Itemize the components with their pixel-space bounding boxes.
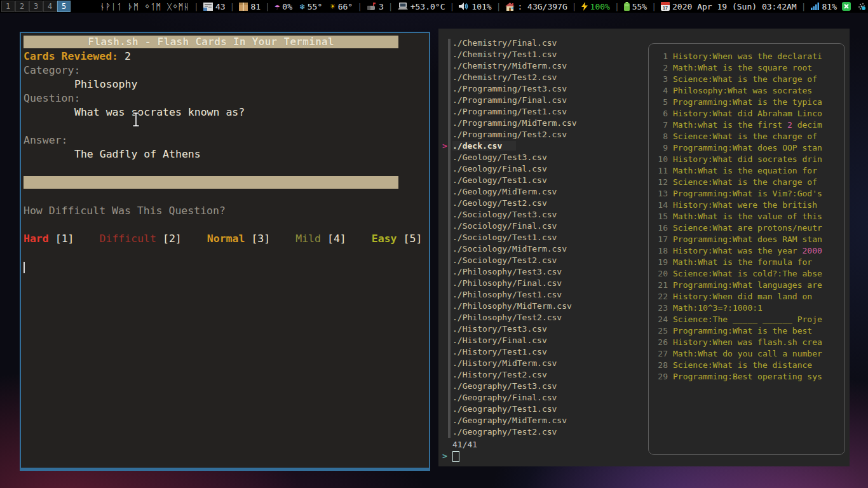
difficulty-option[interactable]: Mild[4]: [295, 233, 346, 245]
file-row[interactable]: ./Chemistry/Final.csv: [442, 37, 577, 49]
file-name: ./Sociology/MidTerm.csv: [452, 244, 567, 254]
workspace-button[interactable]: 4: [43, 1, 57, 12]
file-row[interactable]: ./History/Test2.csv: [442, 369, 577, 381]
file-row[interactable]: ./Chemistry/Test2.csv: [442, 72, 577, 83]
input-line[interactable]: [24, 260, 429, 274]
file-row[interactable]: ./Sociology/Test1.csv: [442, 232, 577, 243]
weather-widget[interactable]: ☂ 0% ❄ 55° ☀ 66°: [275, 1, 353, 11]
network-widget[interactable]: 81%: [811, 2, 851, 11]
file-row[interactable]: ./Programming/Test1.csv: [442, 106, 577, 118]
line-number: 18: [656, 245, 668, 257]
file-row[interactable]: ./Programming/MidTerm.csv: [442, 118, 577, 129]
file-row[interactable]: ./Programming/Final.csv: [442, 95, 577, 106]
divider-line: [24, 176, 429, 190]
file-row[interactable]: ./Geography/Final.csv: [442, 392, 577, 403]
tray-area[interactable]: [857, 2, 866, 11]
workspace-switcher: 12345: [0, 0, 71, 13]
divider: |: [651, 2, 656, 11]
file-row[interactable]: ./Sociology/Test3.csv: [442, 209, 577, 220]
file-row[interactable]: ./Chemistry/MidTerm.csv: [442, 60, 577, 72]
cpu-temp: +53.0°C: [410, 2, 445, 11]
workspace-button[interactable]: 3: [29, 1, 43, 12]
file-name: ./deck.csv: [452, 141, 516, 151]
disk-widget[interactable]: : 43G/397G: [505, 2, 567, 11]
calendar-icon: 17: [661, 2, 670, 11]
preview-line: 26History:When was flash.sh crea: [656, 337, 844, 348]
line-number: 21: [656, 280, 668, 291]
file-row[interactable]: ./Chemistry/Test1.csv: [442, 49, 577, 60]
file-row[interactable]: ./Philosophy/Final.csv: [442, 278, 577, 289]
preview-line: 19Math:What is the formula for: [656, 257, 844, 268]
line-number: 8: [656, 131, 668, 142]
battery-widget[interactable]: 55%: [624, 2, 647, 11]
difficulty-prompt: How Difficult Was This Question?: [24, 204, 429, 218]
file-row[interactable]: ./Geology/Test3.csv: [442, 152, 577, 163]
file-row[interactable]: ./History/Final.csv: [442, 335, 577, 346]
file-row[interactable]: ./Philosophy/Test2.csv: [442, 312, 577, 323]
preview-line: 15Math:What is the value of this: [656, 211, 844, 222]
preview-line: 10History:What did socrates drin: [656, 154, 844, 165]
file-row[interactable]: ./Geography/MidTerm.csv: [442, 415, 577, 426]
fzf-window[interactable]: ./Chemistry/Final.csv./Chemistry/Test1.c…: [438, 29, 850, 466]
question-value: What was socrates known as?: [24, 105, 429, 119]
line-number: 19: [656, 257, 668, 268]
file-row[interactable]: ./Geology/Test2.csv: [442, 198, 577, 209]
search-prompt[interactable]: >: [442, 451, 459, 462]
file-list: ./Chemistry/Final.csv./Chemistry/Test1.c…: [442, 37, 577, 438]
cards-reviewed-line: Cards Reviewed: 2: [24, 50, 429, 64]
file-row[interactable]: ./History/MidTerm.csv: [442, 358, 577, 369]
file-row[interactable]: ./Geology/MidTerm.csv: [442, 186, 577, 198]
green-x-icon[interactable]: [842, 2, 851, 11]
block-cursor: [452, 451, 459, 462]
newspaper-icon: [203, 3, 213, 11]
file-name: ./Programming/Test2.csv: [452, 130, 567, 139]
difficulty-option[interactable]: Hard[1]: [24, 233, 74, 245]
file-row[interactable]: ./Geography/Test1.csv: [442, 403, 577, 415]
power-widget[interactable]: 100%: [581, 2, 610, 11]
line-number: 26: [656, 337, 668, 348]
flash-window[interactable]: Flash.sh - Flash Cards In Your Terminal …: [20, 32, 430, 471]
file-row[interactable]: ./Programming/Test3.csv: [442, 83, 577, 95]
workspace-button[interactable]: 1: [1, 1, 15, 12]
file-row[interactable]: ./Geology/Final.csv: [442, 163, 577, 175]
news-widget[interactable]: 43: [203, 2, 226, 11]
status-widgets: ᚾᚹᛁᛐ ᚦᛗ ᛜᛐᛗ ᚷᛜᛗᚺ | 43 | 81 | ☂ 0% ❄ 55° …: [100, 0, 868, 13]
file-row[interactable]: >./deck.csv: [442, 140, 577, 152]
workspace-button[interactable]: 2: [15, 1, 29, 12]
file-row[interactable]: ./Sociology/Test2.csv: [442, 255, 577, 266]
volume-widget[interactable]: 101%: [459, 2, 491, 11]
tray-app-icon[interactable]: [857, 2, 866, 11]
line-number: 7: [656, 119, 668, 131]
highlighted-match: 2: [787, 120, 792, 130]
file-row[interactable]: ./Sociology/MidTerm.csv: [442, 243, 577, 255]
file-row[interactable]: ./Philosophy/Test1.csv: [442, 289, 577, 301]
line-number: 25: [656, 325, 668, 337]
file-name: ./Philosophy/Final.csv: [452, 278, 562, 288]
file-row[interactable]: ./History/Test3.csv: [442, 323, 577, 335]
workspace-button[interactable]: 5: [57, 1, 71, 12]
file-name: ./Chemistry/Test1.csv: [452, 50, 557, 59]
preview-line: 5Programming:What is the typica: [656, 97, 844, 108]
file-row[interactable]: ./Programming/Test2.csv: [442, 129, 577, 140]
battery-icon: [624, 2, 630, 11]
file-row[interactable]: ./Geography/Test3.csv: [442, 381, 577, 392]
clock-widget[interactable]: 17 2020 Apr 19 (Sun) 03:42AM: [661, 2, 797, 11]
file-row[interactable]: ./Geology/Test1.csv: [442, 175, 577, 186]
difficulty-option[interactable]: Normal[3]: [207, 233, 270, 245]
file-name: ./Sociology/Test2.csv: [452, 255, 557, 265]
line-number: 28: [656, 360, 668, 371]
file-name: ./Geology/MidTerm.csv: [452, 187, 557, 196]
package-widget[interactable]: 81: [239, 2, 261, 11]
mail-widget[interactable]: 3: [367, 2, 384, 11]
cpu-temp-widget[interactable]: +53.0°C: [398, 2, 445, 11]
file-row[interactable]: ./Philosophy/Test3.csv: [442, 266, 577, 278]
file-name: ./Philosophy/Test2.csv: [452, 313, 562, 322]
file-name: ./Programming/Final.csv: [452, 95, 567, 105]
file-row[interactable]: ./Geography/Test2.csv: [442, 426, 577, 438]
file-row[interactable]: ./History/Test1.csv: [442, 346, 577, 358]
difficulty-option[interactable]: Easy[5]: [372, 233, 423, 245]
battery-level: 55%: [632, 2, 647, 11]
difficulty-option[interactable]: Difficult[2]: [100, 233, 182, 245]
file-row[interactable]: ./Sociology/Final.csv: [442, 220, 577, 232]
file-row[interactable]: ./Philosophy/MidTerm.csv: [442, 301, 577, 312]
